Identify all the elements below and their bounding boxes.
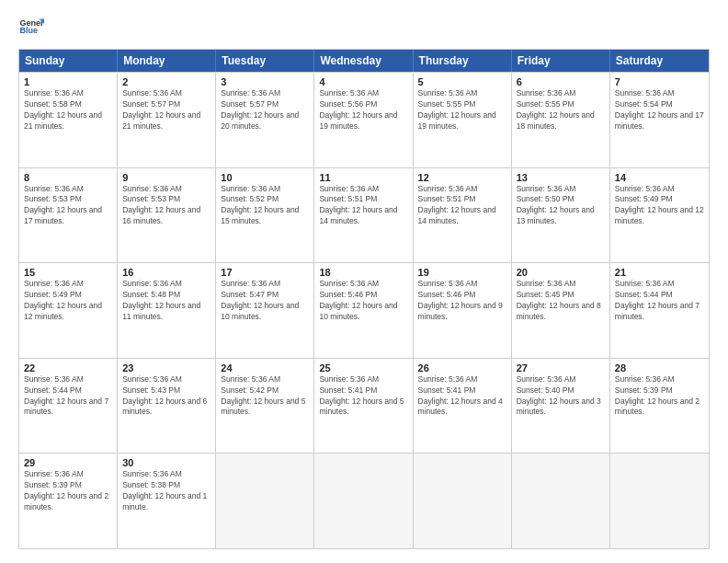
calendar-row: 29 Sunrise: 5:36 AMSunset: 5:39 PMDaylig… bbox=[19, 453, 709, 548]
calendar-cell: 7 Sunrise: 5:36 AMSunset: 5:54 PMDayligh… bbox=[610, 73, 709, 167]
cell-date: 24 bbox=[221, 362, 309, 373]
calendar-cell: 6 Sunrise: 5:36 AMSunset: 5:55 PMDayligh… bbox=[512, 73, 610, 167]
day-name-tuesday: Tuesday bbox=[216, 50, 314, 72]
cell-info: Sunrise: 5:36 AMSunset: 5:39 PMDaylight:… bbox=[615, 374, 700, 417]
cell-date: 15 bbox=[24, 267, 112, 278]
calendar-cell: 28 Sunrise: 5:36 AMSunset: 5:39 PMDaylig… bbox=[610, 359, 709, 454]
cell-date: 6 bbox=[517, 76, 605, 87]
cell-info: Sunrise: 5:36 AMSunset: 5:38 PMDaylight:… bbox=[122, 469, 207, 511]
cell-date: 7 bbox=[615, 76, 704, 87]
cell-date: 21 bbox=[615, 267, 704, 278]
calendar-cell: 13 Sunrise: 5:36 AMSunset: 5:50 PMDaylig… bbox=[512, 168, 610, 263]
cell-date: 13 bbox=[517, 172, 605, 183]
day-name-sunday: Sunday bbox=[19, 50, 118, 72]
calendar-cell: 12 Sunrise: 5:36 AMSunset: 5:51 PMDaylig… bbox=[414, 168, 512, 263]
calendar-cell: 17 Sunrise: 5:36 AMSunset: 5:47 PMDaylig… bbox=[216, 263, 314, 358]
cell-date: 10 bbox=[221, 172, 309, 183]
cell-date: 23 bbox=[122, 362, 210, 373]
cell-date: 18 bbox=[319, 267, 407, 278]
calendar-cell: 16 Sunrise: 5:36 AMSunset: 5:48 PMDaylig… bbox=[118, 263, 216, 358]
cell-info: Sunrise: 5:36 AMSunset: 5:46 PMDaylight:… bbox=[319, 279, 397, 321]
cell-date: 5 bbox=[418, 76, 506, 87]
calendar-cell: 29 Sunrise: 5:36 AMSunset: 5:39 PMDaylig… bbox=[19, 454, 118, 548]
cell-info: Sunrise: 5:36 AMSunset: 5:47 PMDaylight:… bbox=[221, 279, 299, 321]
cell-date: 16 bbox=[122, 267, 210, 278]
calendar-cell: 23 Sunrise: 5:36 AMSunset: 5:43 PMDaylig… bbox=[118, 359, 216, 454]
header: General Blue bbox=[18, 14, 710, 40]
cell-date: 22 bbox=[24, 362, 112, 373]
cell-info: Sunrise: 5:36 AMSunset: 5:51 PMDaylight:… bbox=[418, 184, 496, 226]
calendar-cell: 10 Sunrise: 5:36 AMSunset: 5:52 PMDaylig… bbox=[216, 168, 314, 263]
day-name-wednesday: Wednesday bbox=[314, 50, 413, 72]
day-name-friday: Friday bbox=[512, 50, 610, 72]
cell-info: Sunrise: 5:36 AMSunset: 5:44 PMDaylight:… bbox=[24, 374, 108, 417]
cell-info: Sunrise: 5:36 AMSunset: 5:43 PMDaylight:… bbox=[122, 374, 207, 417]
cell-info: Sunrise: 5:36 AMSunset: 5:40 PMDaylight:… bbox=[517, 374, 601, 417]
cell-date: 17 bbox=[221, 267, 309, 278]
cell-date: 4 bbox=[319, 76, 407, 87]
cell-info: Sunrise: 5:36 AMSunset: 5:57 PMDaylight:… bbox=[221, 88, 299, 131]
calendar-cell: 2 Sunrise: 5:36 AMSunset: 5:57 PMDayligh… bbox=[118, 73, 216, 167]
cell-info: Sunrise: 5:36 AMSunset: 5:39 PMDaylight:… bbox=[24, 469, 108, 511]
calendar-cell: 4 Sunrise: 5:36 AMSunset: 5:56 PMDayligh… bbox=[314, 73, 413, 167]
calendar-cell bbox=[610, 454, 709, 548]
cell-date: 30 bbox=[122, 457, 210, 468]
calendar-cell: 15 Sunrise: 5:36 AMSunset: 5:49 PMDaylig… bbox=[19, 263, 118, 358]
calendar-cell: 26 Sunrise: 5:36 AMSunset: 5:41 PMDaylig… bbox=[414, 359, 512, 454]
cell-info: Sunrise: 5:36 AMSunset: 5:53 PMDaylight:… bbox=[24, 184, 102, 226]
cell-date: 26 bbox=[418, 362, 506, 373]
calendar-body: 1 Sunrise: 5:36 AMSunset: 5:58 PMDayligh… bbox=[19, 72, 709, 548]
calendar-cell: 11 Sunrise: 5:36 AMSunset: 5:51 PMDaylig… bbox=[314, 168, 413, 263]
calendar-cell: 30 Sunrise: 5:36 AMSunset: 5:38 PMDaylig… bbox=[118, 454, 216, 548]
cell-info: Sunrise: 5:36 AMSunset: 5:50 PMDaylight:… bbox=[517, 184, 595, 226]
calendar-cell: 14 Sunrise: 5:36 AMSunset: 5:49 PMDaylig… bbox=[610, 168, 709, 263]
calendar-header: SundayMondayTuesdayWednesdayThursdayFrid… bbox=[19, 50, 709, 72]
cell-date: 28 bbox=[615, 362, 704, 373]
calendar-cell: 22 Sunrise: 5:36 AMSunset: 5:44 PMDaylig… bbox=[19, 359, 118, 454]
calendar-cell: 19 Sunrise: 5:36 AMSunset: 5:46 PMDaylig… bbox=[414, 263, 512, 358]
cell-info: Sunrise: 5:36 AMSunset: 5:57 PMDaylight:… bbox=[122, 88, 200, 131]
calendar: SundayMondayTuesdayWednesdayThursdayFrid… bbox=[18, 49, 710, 549]
calendar-cell bbox=[512, 454, 610, 548]
page: General Blue SundayMondayTuesdayWednesda… bbox=[0, 0, 728, 563]
cell-info: Sunrise: 5:36 AMSunset: 5:46 PMDaylight:… bbox=[418, 279, 503, 321]
cell-info: Sunrise: 5:36 AMSunset: 5:51 PMDaylight:… bbox=[319, 184, 397, 226]
calendar-cell bbox=[216, 454, 314, 548]
cell-date: 29 bbox=[24, 457, 112, 468]
cell-date: 1 bbox=[24, 76, 112, 87]
cell-date: 19 bbox=[418, 267, 506, 278]
cell-info: Sunrise: 5:36 AMSunset: 5:54 PMDaylight:… bbox=[615, 88, 704, 131]
cell-date: 2 bbox=[122, 76, 210, 87]
logo-icon: General Blue bbox=[18, 14, 44, 40]
calendar-cell: 3 Sunrise: 5:36 AMSunset: 5:57 PMDayligh… bbox=[216, 73, 314, 167]
cell-date: 11 bbox=[319, 172, 407, 183]
calendar-row: 1 Sunrise: 5:36 AMSunset: 5:58 PMDayligh… bbox=[19, 72, 709, 167]
calendar-cell bbox=[414, 454, 512, 548]
calendar-cell: 27 Sunrise: 5:36 AMSunset: 5:40 PMDaylig… bbox=[512, 359, 610, 454]
calendar-cell: 8 Sunrise: 5:36 AMSunset: 5:53 PMDayligh… bbox=[19, 168, 118, 263]
cell-date: 12 bbox=[418, 172, 506, 183]
day-name-saturday: Saturday bbox=[610, 50, 709, 72]
cell-info: Sunrise: 5:36 AMSunset: 5:45 PMDaylight:… bbox=[517, 279, 601, 321]
calendar-row: 15 Sunrise: 5:36 AMSunset: 5:49 PMDaylig… bbox=[19, 262, 709, 358]
cell-date: 8 bbox=[24, 172, 112, 183]
cell-info: Sunrise: 5:36 AMSunset: 5:49 PMDaylight:… bbox=[615, 184, 704, 226]
calendar-cell: 18 Sunrise: 5:36 AMSunset: 5:46 PMDaylig… bbox=[314, 263, 413, 358]
cell-info: Sunrise: 5:36 AMSunset: 5:53 PMDaylight:… bbox=[122, 184, 200, 226]
cell-date: 25 bbox=[319, 362, 407, 373]
cell-info: Sunrise: 5:36 AMSunset: 5:55 PMDaylight:… bbox=[517, 88, 595, 131]
svg-text:Blue: Blue bbox=[19, 26, 38, 35]
cell-info: Sunrise: 5:36 AMSunset: 5:42 PMDaylight:… bbox=[221, 374, 305, 417]
cell-info: Sunrise: 5:36 AMSunset: 5:44 PMDaylight:… bbox=[615, 279, 700, 321]
cell-info: Sunrise: 5:36 AMSunset: 5:41 PMDaylight:… bbox=[418, 374, 503, 417]
cell-date: 20 bbox=[517, 267, 605, 278]
cell-date: 3 bbox=[221, 76, 309, 87]
day-name-thursday: Thursday bbox=[414, 50, 512, 72]
calendar-row: 22 Sunrise: 5:36 AMSunset: 5:44 PMDaylig… bbox=[19, 358, 709, 454]
cell-info: Sunrise: 5:36 AMSunset: 5:56 PMDaylight:… bbox=[319, 88, 397, 131]
calendar-cell: 9 Sunrise: 5:36 AMSunset: 5:53 PMDayligh… bbox=[118, 168, 216, 263]
cell-info: Sunrise: 5:36 AMSunset: 5:48 PMDaylight:… bbox=[122, 279, 200, 321]
cell-info: Sunrise: 5:36 AMSunset: 5:52 PMDaylight:… bbox=[221, 184, 299, 226]
cell-date: 9 bbox=[122, 172, 210, 183]
cell-info: Sunrise: 5:36 AMSunset: 5:41 PMDaylight:… bbox=[319, 374, 404, 417]
